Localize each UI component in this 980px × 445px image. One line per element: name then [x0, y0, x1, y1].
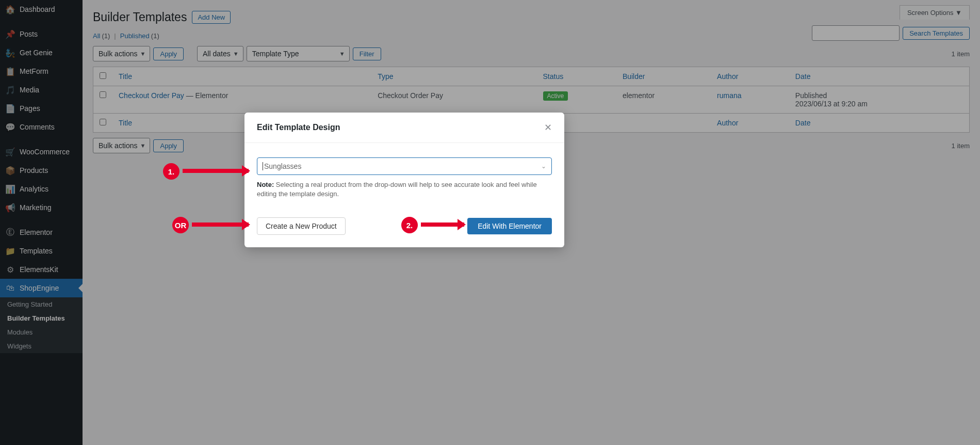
annotation-arrow-1 — [183, 169, 249, 173]
product-select[interactable]: Sunglasses ⌄ — [257, 157, 552, 175]
close-icon[interactable]: ✕ — [544, 122, 552, 133]
annotation-1: 1. — [163, 163, 179, 180]
annotation-arrow-2 — [421, 223, 464, 227]
chevron-down-icon: ⌄ — [541, 163, 546, 170]
modal-title: Edit Template Design — [257, 123, 340, 132]
edit-with-elementor-button[interactable]: Edit With Elementor — [467, 218, 552, 234]
note-text: Note: Selecting a real product from the … — [257, 180, 552, 199]
annotation-arrow-or — [192, 223, 249, 227]
create-product-button[interactable]: Create a New Product — [257, 217, 346, 235]
annotation-2: 2. — [401, 217, 418, 233]
annotation-or: OR — [172, 217, 189, 233]
